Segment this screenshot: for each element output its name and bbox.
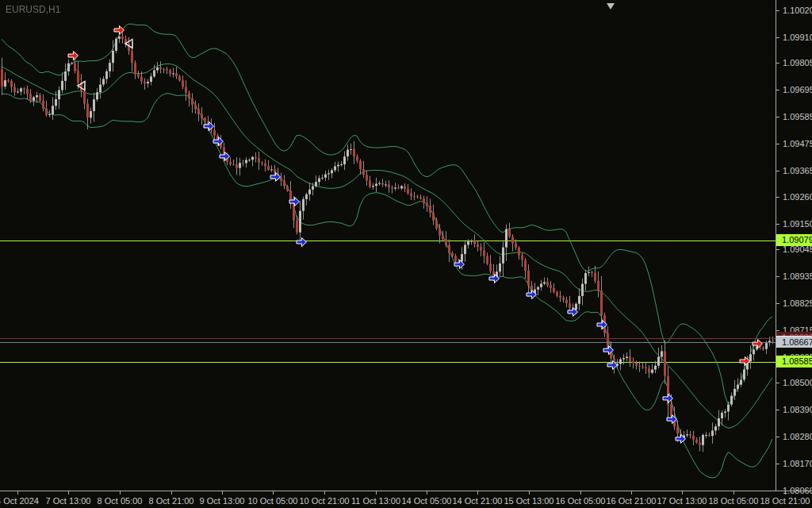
price-tick-label: 1.09585 [783,112,812,121]
price-tick-label: 1.09910 [783,33,812,42]
time-tick-mark [427,491,427,495]
price-tick-mark [776,117,779,117]
trading-chart-window: EURUSD,H1 1.100201.099101.098051.096951.… [0,0,812,508]
time-tick-label: 11 Oct 13:00 [351,496,400,506]
price-tick-mark [776,303,779,304]
price-tick-label: 1.09695 [783,85,812,94]
time-tick-label: 10 Oct 05:00 [248,496,298,506]
time-tick-label: 9 Oct 13:00 [200,496,245,506]
bid-price-box: 1.08667 [776,336,812,348]
price-tick-mark [776,276,779,277]
time-tick-label: 10 Oct 21:00 [300,496,350,506]
price-tick-label: 1.08935 [783,271,812,281]
time-tick-mark [376,491,377,495]
time-tick-mark [120,491,121,495]
time-tick-mark [733,491,734,495]
time-tick-label: 16 Oct 05:00 [556,496,606,506]
time-tick-mark [477,491,478,495]
price-tick-label: 1.09365 [783,166,812,175]
price-tick-label: 1.09805 [783,58,812,67]
price-tick-mark [776,410,779,410]
symbol-timeframe-label: EURUSD,H1 [6,4,60,15]
price-tick-mark [776,63,779,64]
time-tick-label: 15 Oct 13:00 [504,496,554,506]
time-tick-label: 14 Oct 05:00 [402,496,452,506]
time-tick-label: 18 Oct 21:00 [760,496,810,506]
time-tick-label: 7 Oct 13:00 [46,496,91,506]
price-tick-label: 1.08170 [783,459,812,468]
time-tick-label: 17 Oct 13:00 [657,496,707,506]
time-tick-label: 14 Oct 21:00 [453,496,503,506]
level-price-box: 1.09079 [776,234,812,246]
time-tick-mark [273,491,274,495]
time-tick-mark [17,491,18,495]
price-tick-mark [776,171,779,171]
price-tick-mark [776,383,779,383]
price-tick-mark [776,197,779,198]
price-tick-mark [776,249,779,250]
time-scale[interactable]: 4 Oct 20247 Oct 13:008 Oct 05:008 Oct 21… [0,491,812,508]
price-scale[interactable]: 1.100201.099101.098051.096951.095851.094… [776,0,812,491]
time-tick-label: 18 Oct 05:00 [709,496,759,506]
time-tick-mark [682,491,683,495]
price-tick-mark [776,90,779,90]
price-tick-label: 1.09260 [783,192,812,202]
price-tick-mark [776,224,779,225]
price-tick-mark [776,464,779,464]
price-tick-mark [776,330,779,331]
time-tick-mark [68,491,69,495]
price-tick-mark [776,10,779,11]
time-tick-mark [171,491,172,495]
price-tick-label: 1.08390 [783,405,812,414]
time-tick-label: 8 Oct 21:00 [149,496,194,506]
time-tick-mark [324,491,325,495]
time-tick-label: 8 Oct 05:00 [98,496,143,506]
time-tick-label: 4 Oct 2024 [0,496,39,506]
time-tick-mark [222,491,223,495]
price-tick-label: 1.08500 [783,378,812,387]
price-tick-label: 1.08280 [783,432,812,441]
time-tick-label: 16 Oct 21:00 [607,496,657,506]
price-tick-label: 1.09150 [783,219,812,229]
price-tick-label: 1.09475 [783,139,812,148]
level-price-box: 1.08585 [776,356,812,368]
price-tick-mark [776,437,779,437]
time-tick-mark [785,491,786,495]
price-tick-mark [776,37,779,38]
price-tick-mark [776,144,779,144]
price-tick-label: 1.10020 [783,6,812,15]
price-tick-label: 1.08825 [783,298,812,308]
time-tick-mark [580,491,581,495]
time-tick-mark [529,491,530,495]
time-tick-mark [631,491,632,495]
price-chart-canvas[interactable] [0,0,776,491]
